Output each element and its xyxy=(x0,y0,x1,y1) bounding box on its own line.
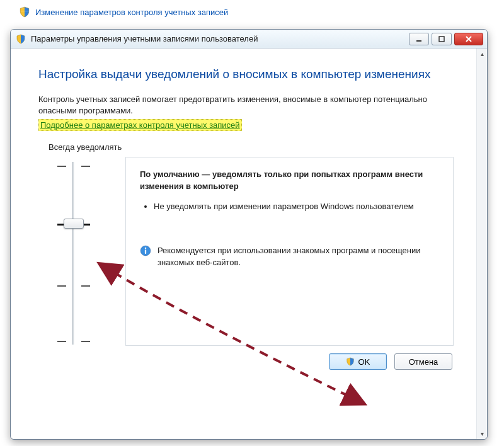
level-description-box: По умолчанию — уведомлять только при поп… xyxy=(125,157,454,346)
control-panel-link-row: Изменение параметров контроля учетных за… xyxy=(0,0,504,24)
slider-tick xyxy=(57,341,90,342)
change-uac-settings-link[interactable]: Изменение параметров контроля учетных за… xyxy=(35,8,228,17)
level-bullet: Не уведомлять при изменении параметров W… xyxy=(154,201,440,212)
uac-settings-window: Параметры управления учетными записями п… xyxy=(10,29,488,440)
slider-tick xyxy=(57,166,90,167)
window-controls xyxy=(409,33,483,45)
svg-point-3 xyxy=(145,248,146,249)
level-title: По умолчанию — уведомлять только при поп… xyxy=(140,169,440,192)
content-area: Настройка выдачи уведомлений о вносимых … xyxy=(11,49,476,439)
notification-slider[interactable] xyxy=(38,157,108,346)
recommendation-text: Рекомендуется при использовании знакомых… xyxy=(158,245,440,269)
client-area: Настройка выдачи уведомлений о вносимых … xyxy=(11,49,487,439)
shield-icon xyxy=(16,34,26,44)
scroll-down-arrow-icon[interactable]: ▾ xyxy=(477,428,487,439)
shield-icon xyxy=(19,6,30,18)
svg-rect-4 xyxy=(145,249,146,254)
cancel-button[interactable]: Отмена xyxy=(394,353,452,370)
svg-rect-1 xyxy=(439,37,444,42)
slider-track xyxy=(72,162,74,345)
slider-area: Всегда уведомлять По умолчанию — уведомл… xyxy=(38,142,454,346)
scroll-up-arrow-icon[interactable]: ▴ xyxy=(477,49,487,59)
window-title: Параметры управления учетными записями п… xyxy=(31,34,404,43)
intro-text: Контроль учетных записей помогает предот… xyxy=(38,94,454,118)
scroll-track[interactable] xyxy=(477,59,487,428)
maximize-button[interactable] xyxy=(432,33,452,45)
vertical-scrollbar[interactable]: ▴ ▾ xyxy=(476,49,487,439)
titlebar[interactable]: Параметры управления учетными записями п… xyxy=(11,30,487,49)
info-icon xyxy=(140,245,151,256)
dialog-button-row: OK Отмена xyxy=(38,353,454,370)
slider-tick xyxy=(57,285,90,287)
page-heading: Настройка выдачи уведомлений о вносимых … xyxy=(38,66,454,83)
svg-rect-0 xyxy=(416,40,421,42)
slider-thumb[interactable] xyxy=(64,219,84,229)
ok-button[interactable]: OK xyxy=(329,353,387,370)
uac-help-link[interactable]: Подробнее о параметрах контроля учетных … xyxy=(38,119,242,131)
minimize-button[interactable] xyxy=(409,33,429,45)
slider-top-caption: Всегда уведомлять xyxy=(49,142,454,152)
ok-button-label: OK xyxy=(358,357,370,367)
shield-icon xyxy=(346,357,355,366)
close-button[interactable] xyxy=(454,33,483,45)
cancel-button-label: Отмена xyxy=(409,357,438,367)
